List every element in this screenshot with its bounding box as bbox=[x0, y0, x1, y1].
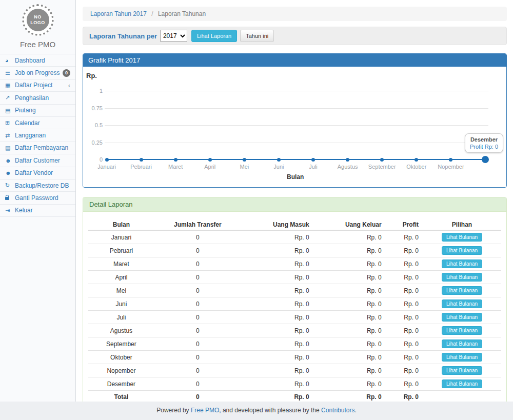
cell-profit: Rp. 0 bbox=[386, 244, 423, 257]
sidebar-item-label: Ganti Password bbox=[15, 194, 58, 202]
lihat-bulanan-button[interactable]: Lihat Bulanan bbox=[442, 299, 482, 308]
detail-table: Bulan Jumlah Transfer Uang Masuk Uang Ke… bbox=[88, 219, 501, 403]
cell-profit: Rp. 0 bbox=[386, 337, 423, 351]
data-point-september[interactable] bbox=[380, 158, 384, 162]
sidebar-item-label: Langganan bbox=[15, 132, 46, 139]
calendar-icon: ⊞ bbox=[5, 119, 13, 126]
cell-profit: Rp. 0 bbox=[386, 364, 423, 377]
sidebar-item-piutang[interactable]: ▤Piutang bbox=[0, 105, 75, 117]
sidebar-item-label: Penghasilan bbox=[15, 94, 49, 102]
detail-rows: Januari0Rp. 0Rp. 0Rp. 0Lihat BulananPebr… bbox=[88, 230, 501, 403]
col-profit: Profit bbox=[386, 219, 423, 230]
cell-bulan: Nopember bbox=[88, 364, 154, 377]
detail-laporan-panel: Detail Laporan Bulan Jumlah Transfer Uan… bbox=[83, 197, 507, 410]
sidebar-item-penghasilan[interactable]: ↗Penghasilan bbox=[0, 92, 75, 104]
data-point-maret[interactable] bbox=[174, 158, 177, 162]
table-header-row: Bulan Jumlah Transfer Uang Masuk Uang Ke… bbox=[88, 219, 501, 230]
cell-pilihan: Lihat Bulanan bbox=[423, 351, 501, 364]
cell-bulan: Pebruari bbox=[88, 244, 154, 257]
lihat-bulanan-button[interactable]: Lihat Bulanan bbox=[442, 259, 482, 268]
table-row: Januari0Rp. 0Rp. 0Rp. 0Lihat Bulanan bbox=[88, 230, 501, 244]
cell-bulan: Mei bbox=[88, 284, 154, 297]
sidebar-item-ganti-password[interactable]: Ganti Password bbox=[0, 192, 75, 204]
table-row: Maret0Rp. 0Rp. 0Rp. 0Lihat Bulanan bbox=[88, 257, 501, 271]
lihat-bulanan-button[interactable]: Lihat Bulanan bbox=[442, 273, 482, 282]
lihat-bulanan-button[interactable]: Lihat Bulanan bbox=[442, 379, 482, 388]
table-row: Mei0Rp. 0Rp. 0Rp. 0Lihat Bulanan bbox=[88, 284, 501, 297]
cell-uang-keluar: Rp. 0 bbox=[313, 391, 386, 403]
sidebar-item-daftar-vendor[interactable]: ☻Daftar Vendor bbox=[0, 167, 75, 179]
cell-profit: Rp. 0 bbox=[386, 297, 423, 311]
sidebar-item-daftar-customer[interactable]: ☻Daftar Customer bbox=[0, 154, 75, 167]
profit-chart-panel: Grafik Profit 2017 Rp.00.250.50.751Janua… bbox=[83, 53, 507, 188]
sidebar-item-label: Keluar bbox=[15, 207, 33, 214]
data-point-april[interactable] bbox=[208, 158, 212, 162]
cell-uang-keluar: Rp. 0 bbox=[313, 351, 386, 364]
cell-uang-keluar: Rp. 0 bbox=[313, 271, 386, 284]
lihat-bulanan-button[interactable]: Lihat Bulanan bbox=[442, 366, 482, 375]
table-row: Agustus0Rp. 0Rp. 0Rp. 0Lihat Bulanan bbox=[88, 324, 501, 337]
lihat-bulanan-button[interactable]: Lihat Bulanan bbox=[442, 233, 482, 242]
data-point-pebruari[interactable] bbox=[140, 158, 143, 162]
data-point-januari[interactable] bbox=[105, 158, 109, 162]
col-bulan: Bulan bbox=[88, 219, 154, 230]
money-icon: ▤ bbox=[5, 145, 13, 151]
cell-pilihan: Lihat Bulanan bbox=[423, 244, 501, 257]
data-point-mei[interactable] bbox=[243, 158, 246, 162]
cell-uang-masuk: Rp. 0 bbox=[241, 230, 313, 244]
cell-jumlah-transfer: 0 bbox=[154, 377, 241, 391]
sidebar-item-daftar-pembayaran[interactable]: ▤Daftar Pembayaran bbox=[0, 142, 75, 154]
refresh-icon: ↻ bbox=[5, 182, 13, 189]
sidebar-item-label: Calendar bbox=[15, 119, 40, 127]
lihat-bulanan-button[interactable]: Lihat Bulanan bbox=[442, 246, 482, 255]
data-point-nopember[interactable] bbox=[449, 158, 452, 162]
cell-uang-masuk: Rp. 0 bbox=[241, 271, 313, 284]
lihat-bulanan-button[interactable]: Lihat Bulanan bbox=[442, 353, 482, 362]
tahun-ini-button[interactable]: Tahun ini bbox=[240, 30, 274, 42]
sidebar-menu: ◕Dashboard☰Job on Progress0▦Daftar Proje… bbox=[0, 54, 75, 217]
cell-uang-masuk: Rp. 0 bbox=[241, 377, 313, 391]
table-row: Pebruari0Rp. 0Rp. 0Rp. 0Lihat Bulanan bbox=[88, 244, 501, 257]
cell-pilihan: Lihat Bulanan bbox=[423, 324, 501, 337]
data-point-agustus[interactable] bbox=[346, 158, 349, 162]
chart-panel-title: Grafik Profit 2017 bbox=[83, 54, 506, 67]
logo-text-line1: NO bbox=[34, 14, 42, 20]
lihat-laporan-button[interactable]: Lihat Laporan bbox=[191, 30, 237, 42]
sign-out-icon: ⇥ bbox=[5, 207, 13, 214]
cell-profit: Rp. 0 bbox=[386, 257, 423, 271]
footer-link-contributors[interactable]: Contributors bbox=[321, 407, 354, 414]
lihat-bulanan-button[interactable]: Lihat Bulanan bbox=[442, 286, 482, 295]
x-axis-label: Bulan bbox=[287, 173, 304, 181]
col-uang-keluar: Uang Keluar bbox=[313, 219, 386, 230]
footer-link-freepmo[interactable]: Free PMO bbox=[191, 407, 219, 414]
sidebar-item-langganan[interactable]: ⇄Langganan bbox=[0, 129, 75, 142]
sidebar-item-calendar[interactable]: ⊞Calendar bbox=[0, 117, 75, 129]
col-jumlah-transfer: Jumlah Transfer bbox=[154, 219, 241, 230]
chevron-left-icon: ‹ bbox=[68, 82, 70, 89]
footer-text-prefix: Powered by bbox=[156, 407, 191, 414]
data-point-oktober[interactable] bbox=[415, 158, 418, 162]
data-point-juni[interactable] bbox=[277, 158, 281, 162]
lihat-bulanan-button[interactable]: Lihat Bulanan bbox=[442, 313, 482, 322]
year-select[interactable]: 2017 bbox=[161, 30, 187, 42]
sidebar-item-keluar[interactable]: ⇥Keluar bbox=[0, 205, 75, 217]
lihat-bulanan-button[interactable]: Lihat Bulanan bbox=[442, 326, 482, 335]
cell-uang-masuk: Rp. 0 bbox=[241, 257, 313, 271]
main-content: Laporan Tahun 2017 / Laporan Tahunan Lap… bbox=[76, 0, 513, 402]
table-row: Juni0Rp. 0Rp. 0Rp. 0Lihat Bulanan bbox=[88, 297, 501, 311]
cell-jumlah-transfer: 0 bbox=[154, 324, 241, 337]
profit-chart: Rp.00.250.50.751JanuariPebruariMaretApri… bbox=[83, 67, 506, 187]
sidebar-item-job-on-progress[interactable]: ☰Job on Progress0 bbox=[0, 67, 75, 79]
sidebar-item-backup-restore-db[interactable]: ↻Backup/Restore DB bbox=[0, 179, 75, 192]
tasks-icon: ☰ bbox=[5, 70, 13, 76]
breadcrumb-link[interactable]: Laporan Tahun 2017 bbox=[90, 10, 147, 17]
sidebar-item-daftar-project[interactable]: ▦Daftar Project‹ bbox=[0, 79, 75, 92]
sidebar-item-dashboard[interactable]: ◕Dashboard bbox=[0, 54, 75, 67]
cell-uang-keluar: Rp. 0 bbox=[313, 311, 386, 324]
data-point-juli[interactable] bbox=[311, 158, 315, 162]
table-row: September0Rp. 0Rp. 0Rp. 0Lihat Bulanan bbox=[88, 337, 501, 351]
lihat-bulanan-button[interactable]: Lihat Bulanan bbox=[442, 339, 482, 348]
cell-uang-keluar: Rp. 0 bbox=[313, 257, 386, 271]
filter-label: Laporan Tahunan per bbox=[89, 32, 157, 40]
data-point-desember[interactable] bbox=[482, 156, 489, 163]
